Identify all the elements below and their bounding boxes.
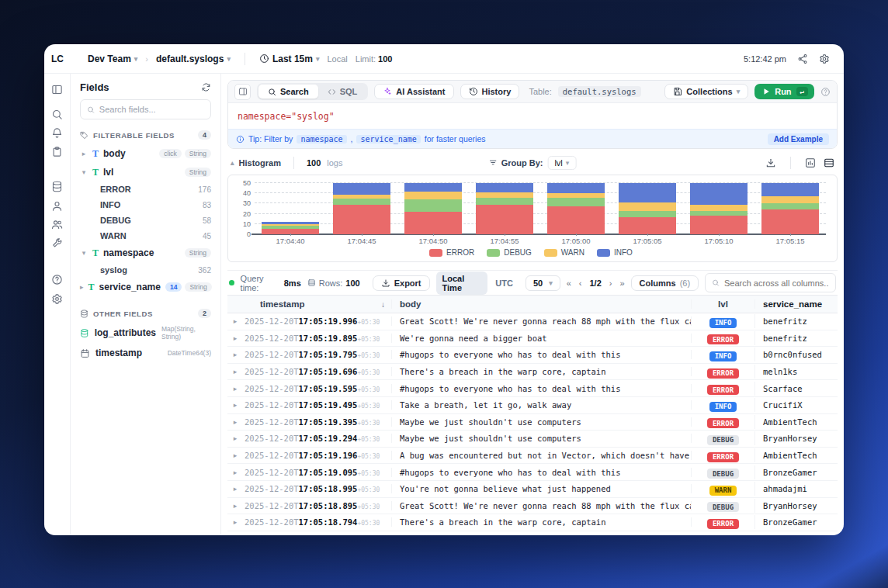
field-row-log_attributes[interactable]: log_attributesMap(String, String) bbox=[80, 323, 211, 343]
table-row[interactable]: ▸2025-12-20T17:05:19.996+05:30Great Scot… bbox=[227, 313, 838, 330]
row-expand-chevron-icon[interactable]: ▸ bbox=[227, 518, 243, 526]
team-users-icon[interactable] bbox=[51, 219, 63, 230]
chart-view-icon[interactable] bbox=[805, 157, 816, 168]
source-selector[interactable]: default.syslogs ▾ bbox=[156, 54, 231, 64]
row-expand-chevron-icon[interactable]: ▸ bbox=[227, 485, 243, 493]
row-expand-chevron-icon[interactable]: ▸ bbox=[227, 351, 243, 358]
legend-item-error[interactable]: ERROR bbox=[429, 248, 474, 257]
prev-page-button[interactable]: ‹ bbox=[579, 278, 582, 288]
table-row[interactable]: ▸2025-12-20T17:05:18.995+05:30You're not… bbox=[227, 481, 838, 498]
table-row[interactable]: ▸2025-12-20T17:05:19.495+05:30Take a bre… bbox=[227, 397, 838, 414]
add-example-button[interactable]: Add Example bbox=[768, 133, 829, 145]
share-icon[interactable] bbox=[797, 54, 808, 64]
bar-group[interactable] bbox=[469, 183, 540, 234]
table-row[interactable]: ▸2025-12-20T17:05:19.095+05:30#hugops to… bbox=[227, 464, 838, 481]
bar-group[interactable] bbox=[754, 183, 826, 234]
field-value-row[interactable]: INFO83 bbox=[80, 197, 211, 213]
row-expand-chevron-icon[interactable]: ▸ bbox=[227, 401, 243, 409]
ai-assistant-button[interactable]: AI Assistant bbox=[374, 84, 453, 99]
row-expand-chevron-icon[interactable]: ▸ bbox=[227, 451, 243, 459]
field-row-lvl[interactable]: ▾TlvlString bbox=[80, 163, 211, 182]
row-expand-chevron-icon[interactable]: ▸ bbox=[227, 334, 243, 342]
table-view-icon[interactable] bbox=[824, 157, 834, 168]
field-value-row[interactable]: WARN45 bbox=[80, 228, 211, 244]
field-value-row[interactable]: DEBUG58 bbox=[80, 213, 211, 228]
field-value-row[interactable]: syslog362 bbox=[80, 262, 211, 278]
column-header-service-name[interactable]: service_name bbox=[755, 299, 838, 309]
table-row[interactable]: ▸2025-12-20T17:05:19.795+05:30#hugops to… bbox=[227, 347, 838, 364]
last-page-button[interactable]: » bbox=[619, 278, 624, 288]
field-row-timestamp[interactable]: timestampDateTime64(3) bbox=[80, 343, 211, 363]
row-expand-chevron-icon[interactable]: ▸ bbox=[227, 418, 243, 426]
first-page-button[interactable]: « bbox=[567, 278, 571, 288]
field-value-row[interactable]: ERROR176 bbox=[80, 182, 211, 197]
collapse-query-panel-button[interactable] bbox=[234, 84, 251, 100]
columns-search-input[interactable] bbox=[724, 278, 829, 288]
row-expand-chevron-icon[interactable]: ▸ bbox=[227, 469, 243, 476]
fields-search-input[interactable] bbox=[99, 105, 204, 114]
bar-group[interactable] bbox=[326, 183, 397, 234]
local-time-toggle[interactable]: Local Time bbox=[436, 272, 488, 295]
search-icon[interactable] bbox=[51, 109, 63, 120]
field-row-namespace[interactable]: ▾TnamespaceString bbox=[80, 244, 211, 262]
bar-group[interactable] bbox=[540, 183, 612, 234]
gear-icon[interactable] bbox=[51, 293, 63, 305]
row-expand-chevron-icon[interactable]: ▸ bbox=[227, 502, 243, 510]
tab-sql[interactable]: SQL bbox=[318, 85, 367, 99]
table-row[interactable]: ▸2025-12-20T17:05:19.895+05:30We're gonn… bbox=[227, 330, 838, 348]
utc-toggle[interactable]: UTC bbox=[489, 276, 519, 290]
time-range-selector[interactable]: Last 15m ▾ bbox=[259, 54, 320, 64]
page-size-select[interactable]: 50 ▾ bbox=[526, 275, 560, 291]
legend-item-warn[interactable]: WARN bbox=[544, 248, 584, 257]
row-expand-chevron-icon[interactable]: ▸ bbox=[227, 385, 243, 393]
run-query-button[interactable]: Run ↵ bbox=[754, 84, 814, 99]
row-expand-chevron-icon[interactable]: ▸ bbox=[227, 368, 243, 375]
bar-group[interactable] bbox=[683, 183, 754, 234]
bar-group[interactable] bbox=[397, 183, 469, 234]
collections-button[interactable]: Collections ▾ bbox=[664, 84, 748, 99]
row-expand-chevron-icon[interactable]: ▸ bbox=[227, 434, 243, 442]
notifications-bell-icon[interactable] bbox=[51, 127, 63, 139]
team-selector[interactable]: Dev Team ▾ bbox=[88, 54, 137, 64]
export-button[interactable]: Export bbox=[373, 275, 430, 291]
column-header-timestamp[interactable]: timestamp ↓ bbox=[243, 299, 392, 309]
query-editor[interactable]: namespace="syslog" bbox=[228, 103, 837, 129]
group-by-select[interactable]: lvl ▾ bbox=[547, 156, 576, 170]
table-row[interactable]: ▸2025-12-20T17:05:18.895+05:30Great Scot… bbox=[227, 498, 838, 515]
clipboard-icon[interactable] bbox=[51, 146, 63, 157]
legend-item-info[interactable]: INFO bbox=[597, 248, 633, 257]
columns-search[interactable] bbox=[705, 273, 836, 292]
sidebar-toggle-icon[interactable] bbox=[51, 84, 63, 95]
history-button[interactable]: History bbox=[460, 84, 520, 99]
fields-search[interactable] bbox=[80, 99, 211, 119]
histogram-collapse-toggle[interactable]: ▴ Histogram bbox=[231, 158, 281, 168]
field-row-body[interactable]: ▸TbodyclickString bbox=[80, 144, 211, 163]
wrench-icon[interactable] bbox=[51, 237, 63, 249]
tab-search[interactable]: Search bbox=[258, 85, 318, 99]
help-circle-icon[interactable] bbox=[51, 274, 63, 285]
query-help-icon[interactable] bbox=[820, 87, 831, 97]
user-icon[interactable] bbox=[51, 200, 63, 212]
row-expand-chevron-icon[interactable]: ▸ bbox=[227, 317, 243, 325]
download-chart-icon[interactable] bbox=[765, 157, 776, 168]
column-header-lvl[interactable]: lvl bbox=[692, 299, 755, 309]
bar-group[interactable] bbox=[255, 183, 326, 234]
refresh-icon[interactable] bbox=[201, 82, 211, 92]
columns-button[interactable]: Columns (6) bbox=[631, 275, 699, 291]
table-row[interactable]: ▸2025-12-20T17:05:18.794+05:30There's a … bbox=[227, 514, 838, 531]
settings-gear-icon[interactable] bbox=[819, 54, 830, 64]
bar-group[interactable] bbox=[612, 183, 683, 234]
table-row[interactable]: ▸2025-12-20T17:05:19.294+05:30Maybe we j… bbox=[227, 431, 838, 448]
table-row[interactable]: ▸2025-12-20T17:05:19.196+05:30A bug was … bbox=[227, 448, 838, 465]
limit-control[interactable]: Limit: 100 bbox=[356, 54, 393, 64]
legend-item-debug[interactable]: DEBUG bbox=[487, 248, 532, 257]
next-page-button[interactable]: › bbox=[609, 278, 612, 288]
timezone-toggle[interactable]: Local bbox=[327, 54, 347, 64]
table-row[interactable]: ▸2025-12-20T17:05:19.696+05:30There's a … bbox=[227, 364, 838, 381]
column-header-body[interactable]: body bbox=[392, 299, 692, 309]
tip-field-service-name[interactable]: service_name bbox=[356, 135, 420, 144]
table-row[interactable]: ▸2025-12-20T17:05:19.595+05:30#hugops to… bbox=[227, 380, 838, 397]
table-row[interactable]: ▸2025-12-20T17:05:19.395+05:30Maybe we j… bbox=[227, 414, 838, 431]
tip-field-namespace[interactable]: namespace bbox=[297, 135, 346, 144]
field-row-service_name[interactable]: ▸Tservice_name14String bbox=[80, 278, 211, 296]
